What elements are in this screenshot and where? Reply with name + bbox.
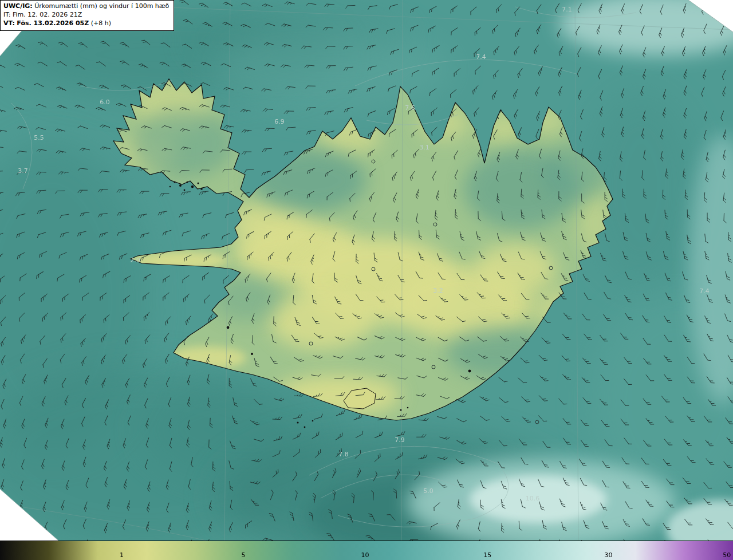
- map-area: 7.17.46.07.66.95.53.13.72.03.27.47.97.85…: [0, 0, 733, 541]
- contour-label-7.1: 7.1: [562, 6, 572, 13]
- contour-label-3.2: 3.2: [433, 287, 443, 294]
- colorbar-tick-10: 10: [361, 551, 369, 559]
- colorbar-tick-15: 15: [483, 551, 491, 559]
- contour-label-7.9: 7.9: [395, 436, 405, 444]
- contour-label-6.9: 6.9: [274, 118, 285, 125]
- colorbar-tick-1: 1: [120, 551, 124, 559]
- contour-label-3.1: 3.1: [419, 144, 429, 151]
- contour-label-5.5: 5.5: [34, 134, 44, 141]
- colorbar-tick-5: 5: [241, 551, 245, 559]
- contour-label-2.0: 2.0: [130, 257, 140, 264]
- init-label: IT:: [3, 11, 10, 18]
- product-line: UWC/IG: Úrkomumætti (mm) og vindur í 100…: [3, 2, 169, 11]
- product-label: UWC/IG:: [3, 2, 33, 10]
- init-time-line: IT: Fim. 12. 02. 2026 21Z: [3, 11, 169, 19]
- weather-map-page: 7.17.46.07.66.95.53.13.72.03.27.47.97.85…: [0, 0, 733, 560]
- colorbar-tick-30: 30: [604, 551, 612, 559]
- title-box: UWC/IG: Úrkomumætti (mm) og vindur í 100…: [0, 0, 174, 31]
- colorbar: 1510153050: [0, 541, 733, 560]
- contour-label-7.4: 7.4: [476, 53, 486, 61]
- valid-value: Fös. 13.02.2026 05Z: [17, 19, 89, 27]
- contour-label-10.6: 10.6: [526, 495, 540, 502]
- valid-label: VT:: [3, 19, 15, 27]
- colorbar-tick-50: 50: [723, 551, 731, 559]
- contour-label-5.0: 5.0: [423, 487, 434, 495]
- contour-label-3.7: 3.7: [18, 167, 28, 175]
- valid-offset: (+8 h): [91, 19, 111, 27]
- contour-label-7.8: 7.8: [338, 451, 349, 458]
- contour-label-7.6: 7.6: [405, 104, 415, 112]
- weather-map: 7.17.46.07.66.95.53.13.72.03.27.47.97.85…: [0, 0, 733, 541]
- contour-label-6.0: 6.0: [100, 98, 110, 106]
- product-title: Úrkomumætti (mm) og vindur í 100m hæð: [34, 2, 169, 10]
- valid-time-line: VT: Fös. 13.02.2026 05Z (+8 h): [3, 19, 169, 28]
- contour-label-7.4: 7.4: [699, 287, 710, 295]
- init-value: Fim. 12. 02. 2026 21Z: [13, 11, 82, 18]
